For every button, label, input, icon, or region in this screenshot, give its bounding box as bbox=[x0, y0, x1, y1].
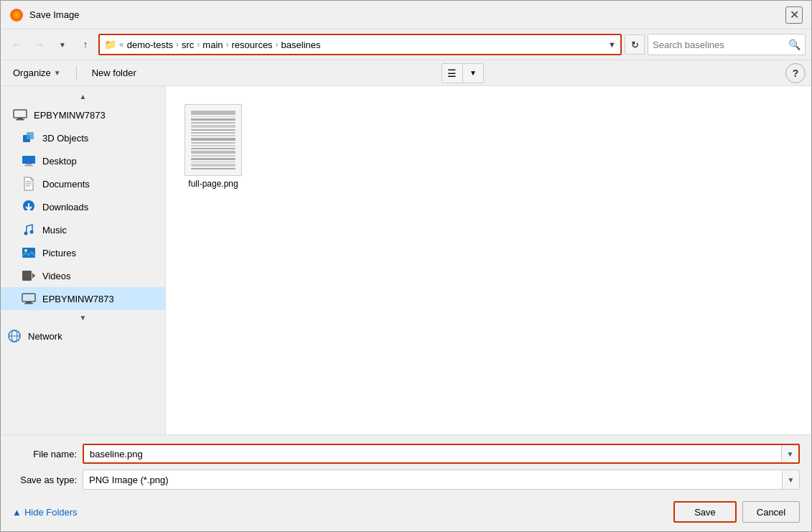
address-dropdown-arrow[interactable]: ▼ bbox=[608, 40, 616, 49]
hide-folders-button[interactable]: ▲ Hide Folders bbox=[12, 507, 78, 518]
svg-rect-9 bbox=[26, 164, 32, 165]
filename-dropdown-arrow[interactable]: ▼ bbox=[781, 445, 798, 462]
svg-point-19 bbox=[30, 230, 34, 234]
toolbar-separator bbox=[76, 66, 77, 80]
organize-button[interactable]: Organize ▼ bbox=[6, 64, 67, 82]
firefox-icon bbox=[9, 8, 24, 22]
sidebar-item-computer-label: EPBYMINW7873 bbox=[34, 110, 106, 121]
savetype-select-wrap[interactable]: PNG Image (*.png) ▼ bbox=[83, 470, 800, 490]
action-buttons: Save Cancel bbox=[673, 501, 800, 523]
svg-rect-7 bbox=[27, 132, 34, 139]
pictures-icon bbox=[21, 245, 37, 261]
breadcrumb-sep-3: › bbox=[226, 39, 229, 50]
svg-point-2 bbox=[15, 14, 18, 17]
list-view-button[interactable]: ☰ bbox=[442, 64, 462, 83]
breadcrumb-sep-1: › bbox=[176, 39, 179, 50]
organize-dropdown-arrow: ▼ bbox=[54, 69, 61, 77]
dropdown-nav-button[interactable]: ▼ bbox=[52, 34, 73, 55]
sidebar-item-desktop[interactable]: Desktop bbox=[1, 149, 165, 172]
forward-button[interactable]: → bbox=[29, 34, 50, 55]
filename-input-wrap[interactable]: ▼ bbox=[83, 444, 800, 464]
svg-rect-24 bbox=[22, 294, 35, 302]
breadcrumb-2[interactable]: main bbox=[202, 39, 223, 50]
sidebar-scroll-down[interactable]: ▼ bbox=[1, 310, 165, 325]
up-button[interactable]: ↑ bbox=[75, 34, 95, 55]
view-dropdown-button[interactable]: ▼ bbox=[463, 64, 483, 83]
sidebar-item-3d-label: 3D Objects bbox=[42, 133, 88, 144]
help-icon: ? bbox=[793, 67, 799, 79]
search-icon[interactable]: 🔍 bbox=[788, 39, 801, 50]
refresh-button[interactable]: ↻ bbox=[625, 34, 645, 55]
svg-rect-3 bbox=[14, 110, 27, 118]
title-bar: Save Image ✕ bbox=[1, 1, 811, 29]
help-button[interactable]: ? bbox=[785, 63, 806, 83]
cancel-button[interactable]: Cancel bbox=[742, 501, 800, 523]
downloads-icon bbox=[21, 199, 37, 215]
sidebar-item-music[interactable]: Music bbox=[1, 218, 165, 241]
breadcrumb-sep-2: › bbox=[197, 39, 200, 50]
3d-objects-icon bbox=[21, 130, 37, 146]
close-button[interactable]: ✕ bbox=[785, 6, 803, 24]
desktop-icon bbox=[21, 153, 37, 169]
new-folder-button[interactable]: New folder bbox=[85, 64, 143, 82]
search-input[interactable] bbox=[653, 39, 788, 50]
breadcrumb-4[interactable]: baselines bbox=[281, 39, 321, 50]
breadcrumb-sep-4: › bbox=[276, 39, 279, 50]
savetype-dropdown-arrow[interactable]: ▼ bbox=[782, 470, 799, 489]
hide-folders-arrow: ▲ bbox=[12, 507, 22, 518]
footer-row: ▲ Hide Folders Save Cancel bbox=[12, 495, 800, 523]
computer-icon bbox=[12, 107, 28, 123]
file-name-label: File name: bbox=[12, 449, 77, 459]
computer2-icon bbox=[21, 291, 37, 307]
savetype-row: Save as type: PNG Image (*.png) ▼ bbox=[12, 470, 800, 490]
new-folder-label: New folder bbox=[92, 67, 136, 78]
toolbar: Organize ▼ New folder ☰ ▼ ? bbox=[1, 60, 811, 86]
sidebar-item-pictures-label: Pictures bbox=[42, 248, 76, 258]
sidebar-item-downloads[interactable]: Downloads bbox=[1, 195, 165, 218]
file-name-full-page: full-page.png bbox=[188, 179, 238, 189]
thumbnail-content bbox=[188, 108, 238, 172]
address-box[interactable]: 📁 « demo-tests › src › main › resources … bbox=[98, 34, 622, 55]
svg-point-18 bbox=[24, 232, 28, 235]
savetype-text: PNG Image (*.png) bbox=[83, 475, 782, 485]
svg-rect-4 bbox=[17, 118, 23, 119]
sidebar-item-3d-objects[interactable]: 3D Objects bbox=[1, 126, 165, 149]
back-button[interactable]: ← bbox=[6, 34, 27, 55]
folder-icon: 📁 bbox=[104, 39, 116, 50]
filename-row: File name: ▼ bbox=[12, 444, 800, 464]
documents-icon bbox=[21, 176, 37, 192]
breadcrumb-0[interactable]: demo-tests bbox=[127, 39, 173, 50]
sidebar-scroll-up[interactable]: ▲ bbox=[1, 89, 165, 103]
filename-input[interactable] bbox=[84, 449, 781, 459]
sidebar-item-pictures[interactable]: Pictures bbox=[1, 241, 165, 264]
sidebar: ▲ EPBYMINW7873 bbox=[1, 86, 166, 434]
sidebar-item-videos-label: Videos bbox=[42, 271, 71, 281]
main-content: ▲ EPBYMINW7873 bbox=[1, 86, 811, 434]
save-button[interactable]: Save bbox=[673, 501, 737, 523]
bottom-area: File name: ▼ Save as type: PNG Image (*.… bbox=[1, 434, 811, 531]
save-as-type-label: Save as type: bbox=[12, 475, 77, 485]
sidebar-item-computer2[interactable]: EPBYMINW7873 bbox=[1, 287, 165, 310]
breadcrumb-3[interactable]: resources bbox=[232, 39, 273, 50]
sidebar-item-documents[interactable]: Documents bbox=[1, 172, 165, 195]
breadcrumb-sep-0: « bbox=[119, 39, 124, 50]
svg-point-21 bbox=[24, 249, 27, 252]
sidebar-item-videos[interactable]: Videos bbox=[1, 264, 165, 287]
file-item-full-page[interactable]: full-page.png bbox=[177, 98, 249, 195]
organize-label: Organize bbox=[13, 67, 51, 78]
hide-folders-label: Hide Folders bbox=[24, 507, 78, 518]
svg-rect-10 bbox=[24, 165, 33, 167]
svg-rect-22 bbox=[22, 271, 32, 281]
sidebar-item-network-label: Network bbox=[28, 331, 62, 342]
address-bar-area: ← → ▼ ↑ 📁 « demo-tests › src › main › re… bbox=[1, 29, 811, 60]
sidebar-item-documents-label: Documents bbox=[42, 179, 90, 190]
sidebar-item-network[interactable]: Network bbox=[1, 325, 165, 347]
network-icon bbox=[6, 328, 22, 344]
dialog-title: Save Image bbox=[29, 9, 785, 20]
svg-rect-25 bbox=[26, 302, 32, 303]
search-box: 🔍 bbox=[648, 34, 806, 55]
sidebar-item-computer[interactable]: EPBYMINW7873 bbox=[1, 103, 165, 126]
breadcrumb-1[interactable]: src bbox=[182, 39, 194, 50]
sidebar-item-downloads-label: Downloads bbox=[42, 202, 88, 213]
file-area[interactable]: full-page.png bbox=[166, 86, 811, 434]
